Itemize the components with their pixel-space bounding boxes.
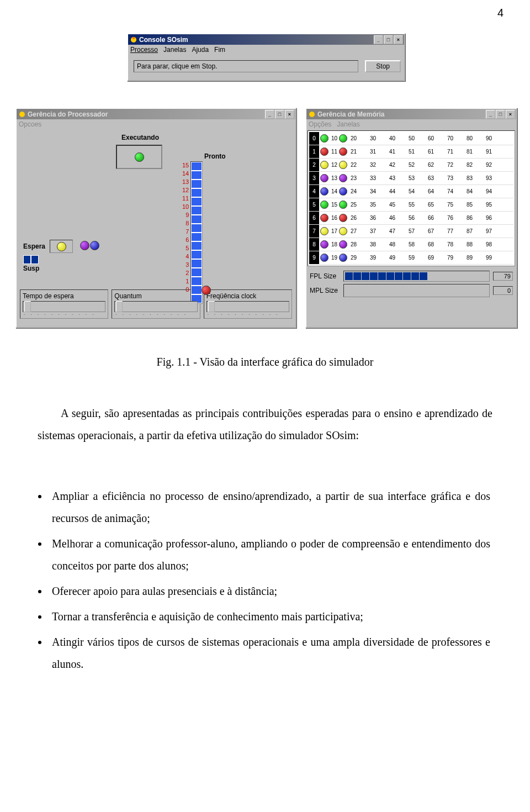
minimize-button[interactable]: _	[265, 110, 274, 119]
mpl-value: 0	[493, 286, 513, 295]
mem-title: Gerência de Memória	[317, 110, 384, 118]
console-window: Console SOsim _ □ × Processo Janelas Aju…	[127, 33, 405, 81]
wait-dot-1	[80, 241, 89, 250]
console-menubar: Processo Janelas Ajuda Fim	[128, 45, 404, 55]
bullet-item: Ampliar a eficiência no processo de ensi…	[49, 485, 490, 529]
maximize-button[interactable]: □	[496, 110, 505, 119]
executando-label: Executando	[121, 134, 159, 141]
espera-dot	[57, 242, 66, 251]
menu-processo[interactable]: Processo	[130, 46, 158, 54]
fpl-bar	[343, 271, 490, 282]
app-icon	[18, 110, 26, 118]
process-dot-running	[135, 152, 144, 162]
console-status: Para parar, clique em Stop.	[134, 60, 358, 72]
proc-titlebar[interactable]: Gerência do Processador _ □ ×	[17, 109, 295, 119]
app-icon	[308, 110, 316, 118]
espera-label: Espera	[23, 242, 45, 250]
menu-ajuda[interactable]: Ajuda	[192, 46, 209, 54]
slider-ticks: · · · · · · · · · · ·	[23, 312, 105, 317]
bullet-list: Ampliar a eficiência no processo de ensi…	[0, 485, 528, 678]
minimize-button[interactable]: _	[486, 110, 495, 119]
menu-janelas[interactable]: Janelas	[163, 46, 186, 54]
svg-point-3	[309, 112, 315, 117]
close-button[interactable]: ×	[506, 110, 515, 119]
pronto-dot	[202, 286, 211, 295]
mem-titlebar[interactable]: Gerência de Memória _ □ ×	[306, 109, 516, 119]
page-number: 4	[497, 7, 504, 19]
memory-window: Gerência de Memória _ □ × Opções Janelas…	[305, 108, 517, 328]
bullet-item: Tornar a transferência e aquisição de co…	[49, 605, 490, 628]
intro-paragraph: A seguir, são apresentadas as principais…	[0, 402, 530, 446]
slider-ticks: · · · · · · · · · · ·	[114, 312, 197, 317]
wait-dot-2	[90, 241, 99, 250]
bullet-item: Melhorar a comunicação professor-aluno, …	[49, 532, 490, 577]
menu-opcoes-mem[interactable]: Opções	[309, 120, 331, 128]
memory-grid: 0102030405060708090111213141516171819121…	[308, 130, 515, 266]
maximize-button[interactable]: □	[384, 35, 393, 44]
mpl-bar	[343, 284, 490, 297]
app-icon	[129, 35, 137, 44]
slider-freq-clock[interactable]: Freqüência clock · · · · · · · · · · ·	[204, 289, 292, 319]
close-button[interactable]: ×	[394, 35, 403, 44]
bullet-item: Atingir vários tipos de cursos de sistem…	[49, 631, 490, 675]
processor-window: Gerência do Processador _ □ × Opcoes Exe…	[15, 108, 296, 328]
bullet-item: Oferecer apoio para aulas presenciais e …	[49, 580, 490, 602]
fpl-value: 79	[493, 272, 513, 281]
pronto-label: Pronto	[204, 152, 226, 160]
proc-title: Gerência do Processador	[28, 110, 108, 118]
espera-box	[50, 240, 73, 253]
maximize-button[interactable]: □	[275, 110, 284, 119]
console-titlebar[interactable]: Console SOsim _ □ ×	[128, 34, 404, 45]
slider-ticks: · · · · · · · · · · ·	[206, 312, 289, 317]
pronto-queue: 1514131211109876543210	[182, 161, 203, 304]
slider-label-3: Freqüência clock	[206, 292, 289, 300]
mem-menubar: Opções Janelas	[306, 119, 516, 129]
stop-button[interactable]: Stop	[365, 60, 401, 72]
fpl-label: FPL Size	[310, 272, 340, 280]
console-title: Console SOsim	[139, 36, 188, 44]
minimize-button[interactable]: _	[374, 35, 383, 44]
menu-janelas-mem[interactable]: Janelas	[337, 120, 359, 128]
proc-menubar: Opcoes	[17, 119, 295, 129]
susp-label: Susp	[23, 265, 39, 272]
menu-opcoes[interactable]: Opcoes	[19, 120, 41, 128]
slider-tempo-espera[interactable]: Tempo de espera · · · · · · · · · · ·	[20, 289, 108, 319]
mpl-label: MPL Size	[310, 287, 340, 294]
svg-point-2	[19, 112, 25, 117]
close-button[interactable]: ×	[285, 110, 294, 119]
figure-caption: Fig. 1.1 - Visão da interface gráfica do…	[0, 356, 530, 368]
executando-box	[116, 145, 162, 169]
menu-fim[interactable]: Fim	[214, 46, 225, 54]
slider-label-1: Tempo de espera	[23, 292, 105, 300]
susp-bar	[23, 255, 39, 264]
svg-point-1	[132, 37, 135, 39]
